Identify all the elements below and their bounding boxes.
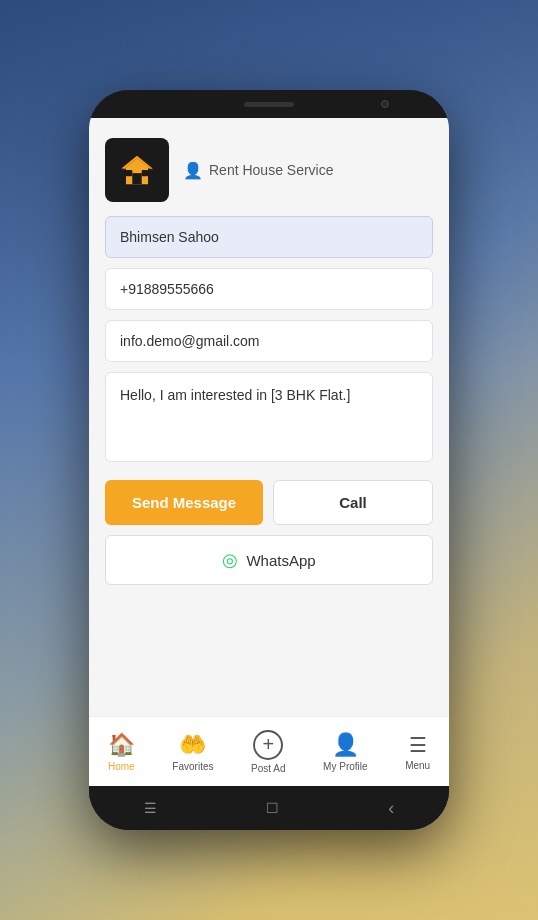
svg-rect-3 bbox=[126, 170, 132, 176]
nav-post-ad[interactable]: + Post Ad bbox=[243, 726, 293, 778]
phone-bottom-bar: ☰ ☐ ‹ bbox=[89, 786, 449, 830]
service-name-row: 👤 Rent House Service bbox=[183, 161, 334, 180]
svg-rect-4 bbox=[142, 170, 148, 176]
call-button[interactable]: Call bbox=[273, 480, 433, 525]
whatsapp-label: WhatsApp bbox=[246, 552, 315, 569]
nav-home-label: Home bbox=[108, 761, 135, 772]
nav-menu-label: Menu bbox=[405, 760, 430, 771]
service-name-text: Rent House Service bbox=[209, 162, 334, 178]
phone-frame: 👤 Rent House Service Bhimsen Sahoo +9188… bbox=[89, 90, 449, 830]
speaker bbox=[244, 102, 294, 107]
nav-favorites[interactable]: 🤲 Favorites bbox=[164, 728, 221, 776]
android-home-btn[interactable]: ☐ bbox=[266, 800, 279, 816]
message-field[interactable] bbox=[105, 372, 433, 462]
nav-home[interactable]: 🏠 Home bbox=[100, 728, 143, 776]
nav-my-profile[interactable]: 👤 My Profile bbox=[315, 728, 375, 776]
logo-svg bbox=[115, 148, 159, 192]
app-logo bbox=[105, 138, 169, 202]
my-profile-icon: 👤 bbox=[332, 732, 359, 758]
app-content: 👤 Rent House Service Bhimsen Sahoo +9188… bbox=[89, 118, 449, 716]
menu-icon: ☰ bbox=[409, 733, 427, 757]
android-menu-btn[interactable]: ☰ bbox=[144, 800, 157, 816]
nav-post-ad-label: Post Ad bbox=[251, 763, 285, 774]
whatsapp-icon: ◎ bbox=[222, 549, 238, 571]
phone-screen: 👤 Rent House Service Bhimsen Sahoo +9188… bbox=[89, 118, 449, 786]
favorites-icon: 🤲 bbox=[179, 732, 206, 758]
post-ad-icon: + bbox=[253, 730, 283, 760]
nav-favorites-label: Favorites bbox=[172, 761, 213, 772]
whatsapp-button[interactable]: ◎ WhatsApp bbox=[105, 535, 433, 585]
android-back-btn[interactable]: ‹ bbox=[388, 798, 394, 819]
user-icon: 👤 bbox=[183, 161, 203, 180]
bottom-nav: 🏠 Home 🤲 Favorites + Post Ad 👤 My Profil… bbox=[89, 716, 449, 786]
nav-my-profile-label: My Profile bbox=[323, 761, 367, 772]
email-field[interactable]: info.demo@gmail.com bbox=[105, 320, 433, 362]
camera bbox=[381, 100, 389, 108]
nav-menu[interactable]: ☰ Menu bbox=[397, 729, 438, 775]
svg-rect-2 bbox=[132, 173, 141, 184]
name-field[interactable]: Bhimsen Sahoo bbox=[105, 216, 433, 258]
send-message-button[interactable]: Send Message bbox=[105, 480, 263, 525]
home-icon: 🏠 bbox=[108, 732, 135, 758]
service-header: 👤 Rent House Service bbox=[105, 138, 433, 202]
phone-top-bar bbox=[89, 90, 449, 118]
action-buttons-row: Send Message Call bbox=[105, 480, 433, 525]
phone-field[interactable]: +91889555666 bbox=[105, 268, 433, 310]
